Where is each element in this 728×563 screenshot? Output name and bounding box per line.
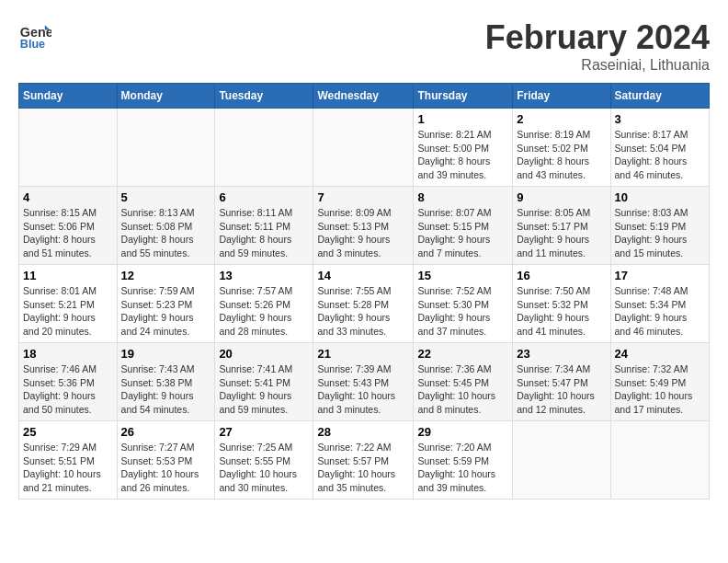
subtitle: Raseiniai, Lithuania: [485, 57, 710, 74]
day-number: 10: [615, 190, 705, 204]
day-info: Sunrise: 7:34 AM Sunset: 5:47 PM Dayligh…: [517, 362, 606, 417]
day-cell: 22Sunrise: 7:36 AM Sunset: 5:45 PM Dayli…: [414, 343, 513, 421]
day-cell: 14Sunrise: 7:55 AM Sunset: 5:28 PM Dayli…: [313, 265, 414, 343]
day-header-sunday: Sunday: [19, 84, 118, 109]
day-cell: [513, 421, 610, 500]
day-cell: 18Sunrise: 7:46 AM Sunset: 5:36 PM Dayli…: [19, 343, 118, 421]
day-cell: 10Sunrise: 8:03 AM Sunset: 5:19 PM Dayli…: [610, 187, 709, 265]
day-number: 13: [219, 269, 309, 282]
week-row-4: 18Sunrise: 7:46 AM Sunset: 5:36 PM Dayli…: [19, 343, 710, 421]
day-number: 26: [121, 425, 211, 439]
day-cell: 24Sunrise: 7:32 AM Sunset: 5:49 PM Dayli…: [610, 343, 709, 421]
day-number: 4: [23, 190, 113, 204]
day-cell: 12Sunrise: 7:59 AM Sunset: 5:23 PM Dayli…: [117, 265, 215, 343]
day-info: Sunrise: 8:11 AM Sunset: 5:11 PM Dayligh…: [219, 206, 309, 260]
day-cell: 29Sunrise: 7:20 AM Sunset: 5:59 PM Dayli…: [414, 421, 513, 500]
day-info: Sunrise: 7:43 AM Sunset: 5:38 PM Dayligh…: [121, 362, 211, 417]
day-cell: 19Sunrise: 7:43 AM Sunset: 5:38 PM Dayli…: [117, 343, 215, 421]
day-cell: 8Sunrise: 8:07 AM Sunset: 5:15 PM Daylig…: [414, 187, 513, 265]
day-info: Sunrise: 8:15 AM Sunset: 5:06 PM Dayligh…: [23, 206, 113, 260]
day-cell: 3Sunrise: 8:17 AM Sunset: 5:04 PM Daylig…: [610, 109, 709, 187]
day-number: 1: [417, 112, 508, 126]
day-info: Sunrise: 7:41 AM Sunset: 5:41 PM Dayligh…: [219, 362, 309, 417]
day-info: Sunrise: 7:32 AM Sunset: 5:49 PM Dayligh…: [615, 362, 705, 417]
day-number: 8: [417, 190, 508, 204]
day-info: Sunrise: 8:07 AM Sunset: 5:15 PM Dayligh…: [417, 206, 508, 260]
day-header-friday: Friday: [513, 84, 610, 109]
day-info: Sunrise: 8:01 AM Sunset: 5:21 PM Dayligh…: [23, 284, 113, 339]
day-info: Sunrise: 8:13 AM Sunset: 5:08 PM Dayligh…: [121, 206, 211, 260]
day-number: 27: [219, 425, 309, 439]
day-info: Sunrise: 8:05 AM Sunset: 5:17 PM Dayligh…: [517, 206, 606, 260]
svg-text:General: General: [20, 25, 51, 40]
day-info: Sunrise: 7:22 AM Sunset: 5:57 PM Dayligh…: [317, 441, 409, 495]
day-cell: 13Sunrise: 7:57 AM Sunset: 5:26 PM Dayli…: [215, 265, 313, 343]
day-number: 15: [417, 269, 508, 282]
day-cell: 11Sunrise: 8:01 AM Sunset: 5:21 PM Dayli…: [19, 265, 118, 343]
day-info: Sunrise: 7:48 AM Sunset: 5:34 PM Dayligh…: [615, 284, 705, 339]
day-cell: 16Sunrise: 7:50 AM Sunset: 5:32 PM Dayli…: [513, 265, 610, 343]
week-row-5: 25Sunrise: 7:29 AM Sunset: 5:51 PM Dayli…: [19, 421, 710, 500]
svg-text:Blue: Blue: [20, 38, 45, 51]
day-cell: 20Sunrise: 7:41 AM Sunset: 5:41 PM Dayli…: [215, 343, 313, 421]
day-header-monday: Monday: [117, 84, 215, 109]
day-number: 6: [219, 190, 309, 204]
day-info: Sunrise: 8:03 AM Sunset: 5:19 PM Dayligh…: [615, 206, 705, 260]
header-row: SundayMondayTuesdayWednesdayThursdayFrid…: [19, 84, 710, 109]
day-cell: 23Sunrise: 7:34 AM Sunset: 5:47 PM Dayli…: [513, 343, 610, 421]
day-info: Sunrise: 7:27 AM Sunset: 5:53 PM Dayligh…: [121, 441, 211, 495]
day-cell: [313, 109, 414, 187]
day-info: Sunrise: 7:59 AM Sunset: 5:23 PM Dayligh…: [121, 284, 211, 339]
day-cell: [215, 109, 313, 187]
day-info: Sunrise: 7:20 AM Sunset: 5:59 PM Dayligh…: [417, 441, 508, 495]
day-info: Sunrise: 8:21 AM Sunset: 5:00 PM Dayligh…: [417, 128, 508, 182]
day-number: 3: [615, 112, 705, 126]
day-cell: [19, 109, 118, 187]
day-info: Sunrise: 7:25 AM Sunset: 5:55 PM Dayligh…: [219, 441, 309, 495]
day-number: 5: [121, 190, 211, 204]
day-number: 29: [417, 425, 508, 439]
title-area: February 2024 Raseiniai, Lithuania: [485, 18, 710, 74]
day-header-wednesday: Wednesday: [313, 84, 414, 109]
day-number: 19: [121, 347, 211, 361]
day-info: Sunrise: 7:52 AM Sunset: 5:30 PM Dayligh…: [417, 284, 508, 339]
day-cell: [117, 109, 215, 187]
day-header-tuesday: Tuesday: [215, 84, 313, 109]
day-number: 2: [517, 112, 606, 126]
calendar-table: SundayMondayTuesdayWednesdayThursdayFrid…: [18, 83, 710, 500]
day-cell: 17Sunrise: 7:48 AM Sunset: 5:34 PM Dayli…: [610, 265, 709, 343]
logo: General Blue: [18, 18, 51, 52]
day-cell: 6Sunrise: 8:11 AM Sunset: 5:11 PM Daylig…: [215, 187, 313, 265]
day-number: 12: [121, 269, 211, 282]
day-cell: 27Sunrise: 7:25 AM Sunset: 5:55 PM Dayli…: [215, 421, 313, 500]
day-info: Sunrise: 7:46 AM Sunset: 5:36 PM Dayligh…: [23, 362, 113, 417]
day-info: Sunrise: 7:50 AM Sunset: 5:32 PM Dayligh…: [517, 284, 606, 339]
day-cell: 2Sunrise: 8:19 AM Sunset: 5:02 PM Daylig…: [513, 109, 610, 187]
day-number: 9: [517, 190, 606, 204]
day-number: 22: [417, 347, 508, 361]
day-info: Sunrise: 8:19 AM Sunset: 5:02 PM Dayligh…: [517, 128, 606, 182]
week-row-1: 1Sunrise: 8:21 AM Sunset: 5:00 PM Daylig…: [19, 109, 710, 187]
day-header-thursday: Thursday: [414, 84, 513, 109]
header: General Blue February 2024 Raseiniai, Li…: [18, 18, 710, 74]
day-info: Sunrise: 8:17 AM Sunset: 5:04 PM Dayligh…: [615, 128, 705, 182]
day-number: 16: [517, 269, 606, 282]
day-number: 28: [317, 425, 409, 439]
week-row-2: 4Sunrise: 8:15 AM Sunset: 5:06 PM Daylig…: [19, 187, 710, 265]
day-number: 25: [23, 425, 113, 439]
day-cell: 26Sunrise: 7:27 AM Sunset: 5:53 PM Dayli…: [117, 421, 215, 500]
day-info: Sunrise: 7:57 AM Sunset: 5:26 PM Dayligh…: [219, 284, 309, 339]
day-info: Sunrise: 7:29 AM Sunset: 5:51 PM Dayligh…: [23, 441, 113, 495]
main-title: February 2024: [485, 18, 710, 57]
day-number: 17: [615, 269, 705, 282]
day-header-saturday: Saturday: [610, 84, 709, 109]
day-info: Sunrise: 7:39 AM Sunset: 5:43 PM Dayligh…: [317, 362, 409, 417]
day-cell: 15Sunrise: 7:52 AM Sunset: 5:30 PM Dayli…: [414, 265, 513, 343]
day-cell: 7Sunrise: 8:09 AM Sunset: 5:13 PM Daylig…: [313, 187, 414, 265]
day-cell: 1Sunrise: 8:21 AM Sunset: 5:00 PM Daylig…: [414, 109, 513, 187]
day-number: 20: [219, 347, 309, 361]
day-cell: 9Sunrise: 8:05 AM Sunset: 5:17 PM Daylig…: [513, 187, 610, 265]
day-info: Sunrise: 7:55 AM Sunset: 5:28 PM Dayligh…: [317, 284, 409, 339]
day-cell: 25Sunrise: 7:29 AM Sunset: 5:51 PM Dayli…: [19, 421, 118, 500]
week-row-3: 11Sunrise: 8:01 AM Sunset: 5:21 PM Dayli…: [19, 265, 710, 343]
